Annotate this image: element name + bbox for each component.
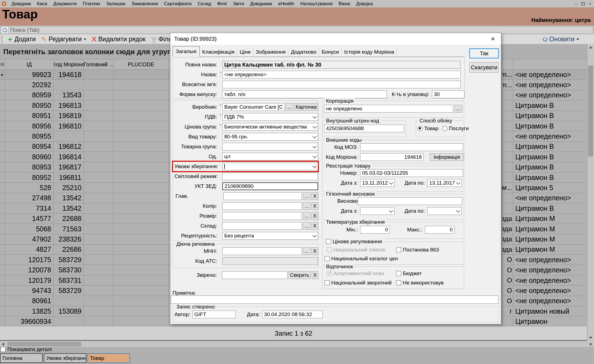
size-clear-button[interactable]: X: [311, 212, 318, 220]
scroll-right-icon[interactable]: [590, 343, 592, 346]
warehouse-clear-button[interactable]: X: [311, 222, 318, 230]
dialog-tab-Історія коду Моріона[interactable]: Історія коду Моріона: [342, 48, 397, 56]
corporation-field[interactable]: не определено: [324, 105, 453, 113]
col-plucode[interactable]: PLUCODE: [114, 59, 169, 69]
vscroll-thumb[interactable]: [588, 65, 593, 156]
menu-item[interactable]: Сертифікати: [161, 1, 195, 7]
menu-item[interactable]: Філії: [214, 1, 230, 7]
menu-item[interactable]: Каса: [34, 1, 50, 7]
delete-row-button[interactable]: X Видалити рядок: [89, 35, 148, 43]
add-button[interactable]: + Додати: [5, 35, 39, 43]
menu-item[interactable]: Документи: [50, 1, 80, 7]
dialog-close-icon[interactable]: ×: [489, 35, 497, 43]
dialog-tab-Загальні[interactable]: Загальні: [173, 46, 200, 57]
col-morion[interactable]: Код Моріона: [54, 59, 84, 69]
menu-item[interactable]: Вікна: [336, 1, 353, 7]
form-field[interactable]: табл. п/о: [222, 91, 387, 98]
reg-date-from-select[interactable]: 13.11.2012: [360, 179, 395, 187]
warehouse-field[interactable]: [222, 222, 302, 230]
footer-tab-Товар[interactable]: Товар: [87, 353, 130, 363]
resolution-863-checkbox[interactable]: [396, 247, 401, 252]
product-kind-select[interactable]: 80-95 грн.: [222, 133, 318, 141]
reg-date-to-select[interactable]: 13.11.2017: [427, 179, 462, 187]
dialog-tab-Додатково[interactable]: Додатково: [288, 48, 319, 56]
col-id[interactable]: ІД: [5, 59, 54, 69]
vat-select[interactable]: ПДВ 7%: [222, 113, 318, 121]
minimize-button[interactable]: –: [575, 1, 577, 6]
rx-select[interactable]: Без рецепта: [222, 232, 318, 240]
product-group-select[interactable]: [222, 143, 318, 150]
menu-item[interactable]: Довідка: [353, 1, 376, 7]
national-catalog-checkbox[interactable]: [325, 256, 330, 261]
verify-button[interactable]: Сверить: [289, 271, 311, 279]
size-field[interactable]: [222, 212, 302, 220]
main-field[interactable]: [223, 192, 302, 200]
scroll-up-icon[interactable]: [589, 46, 592, 48]
dialog-tab-Бонуси[interactable]: Бонуси: [319, 48, 342, 56]
budget-checkbox[interactable]: [396, 271, 401, 276]
menu-item[interactable]: Замовлення: [128, 1, 161, 7]
edit-button[interactable]: ✎ Редагувати: [39, 35, 89, 43]
goods-radio[interactable]: [418, 126, 423, 131]
menu-item[interactable]: Залишки: [103, 1, 128, 7]
show-details-checkbox[interactable]: [1, 347, 6, 352]
restore-button[interactable]: [581, 2, 585, 5]
mnn-field[interactable]: [222, 247, 302, 255]
price-group-select[interactable]: Биологически активные вещества: [222, 123, 318, 131]
moz-code-field[interactable]: [360, 143, 463, 151]
toolbar-drag-handle[interactable]: [1, 35, 3, 43]
footer-tab-Умови зберігання[interactable]: Умови зберігання: [44, 353, 86, 363]
light-mode-field[interactable]: [222, 173, 318, 180]
menu-item[interactable]: eHealth: [275, 1, 297, 7]
corporation-browse-button[interactable]: ...: [455, 105, 462, 113]
hscroll-thumb[interactable]: [7, 342, 81, 346]
row-selector-icon[interactable]: [0, 59, 5, 69]
vertical-scrollbar[interactable]: [587, 44, 594, 341]
temp-min-field[interactable]: 0: [360, 226, 390, 234]
close-button[interactable]: ×: [589, 1, 591, 6]
color-field[interactable]: [222, 202, 302, 210]
dialog-tab-Ціни[interactable]: Ціни: [237, 48, 253, 56]
world-name-field[interactable]: [222, 81, 461, 88]
storage-select[interactable]: [222, 163, 318, 170]
refresh-button[interactable]: Оновити: [540, 35, 582, 43]
note-field[interactable]: [171, 295, 498, 304]
unit-select[interactable]: шт: [222, 153, 318, 160]
hyg-date-to-select[interactable]: [427, 207, 462, 215]
main-clear-button[interactable]: X: [311, 192, 318, 200]
dialog-tab-Класифікація[interactable]: Класифікація: [200, 48, 237, 56]
mnn-browse-button[interactable]: ...: [303, 247, 310, 255]
search-icon[interactable]: [1, 27, 9, 33]
manufacturer-browse-button[interactable]: ...: [286, 103, 293, 111]
services-radio[interactable]: [442, 126, 447, 131]
warehouse-browse-button[interactable]: ...: [303, 222, 310, 230]
reg-number-field[interactable]: 05.03.02-03/111255: [360, 169, 463, 177]
scroll-down-icon[interactable]: [589, 337, 592, 339]
menu-item[interactable]: Довідники: [247, 1, 275, 7]
ukt-field[interactable]: 2106909890: [222, 182, 318, 190]
verified-field[interactable]: [222, 271, 288, 279]
price-regulation-checkbox[interactable]: [326, 239, 331, 244]
color-browse-button[interactable]: ...: [303, 202, 310, 210]
menu-item[interactable]: Налаштування: [297, 1, 336, 7]
not-used-checkbox[interactable]: [396, 280, 401, 285]
menu-item[interactable]: Довідник: [9, 1, 34, 7]
color-clear-button[interactable]: X: [311, 202, 318, 210]
manufacturer-field[interactable]: Bayer Consumer Care [США]: [222, 103, 285, 111]
name-field[interactable]: <не определено>: [222, 71, 461, 78]
scroll-left-icon[interactable]: [2, 343, 4, 346]
info-button[interactable]: Інформація: [430, 153, 464, 161]
menu-item[interactable]: Платежі: [80, 1, 103, 7]
pack-field[interactable]: 30: [432, 91, 464, 98]
cancel-button[interactable]: Скасувати: [469, 62, 499, 73]
hyg-date-from-select[interactable]: [360, 207, 395, 215]
menu-item[interactable]: Звіти: [230, 1, 247, 7]
main-browse-button[interactable]: ...: [303, 192, 310, 200]
menu-item[interactable]: Склад: [195, 1, 214, 7]
dialog-tab-Зображення[interactable]: Зображення: [253, 48, 289, 56]
horizontal-scrollbar[interactable]: [0, 341, 594, 347]
verify-clear-button[interactable]: X: [312, 271, 318, 279]
footer-tab-Головна[interactable]: Головна: [0, 353, 43, 363]
full-name-field[interactable]: Цитра Кальцемин таб. п/о фл. № 30: [222, 61, 461, 69]
ok-button[interactable]: Так: [469, 48, 499, 58]
